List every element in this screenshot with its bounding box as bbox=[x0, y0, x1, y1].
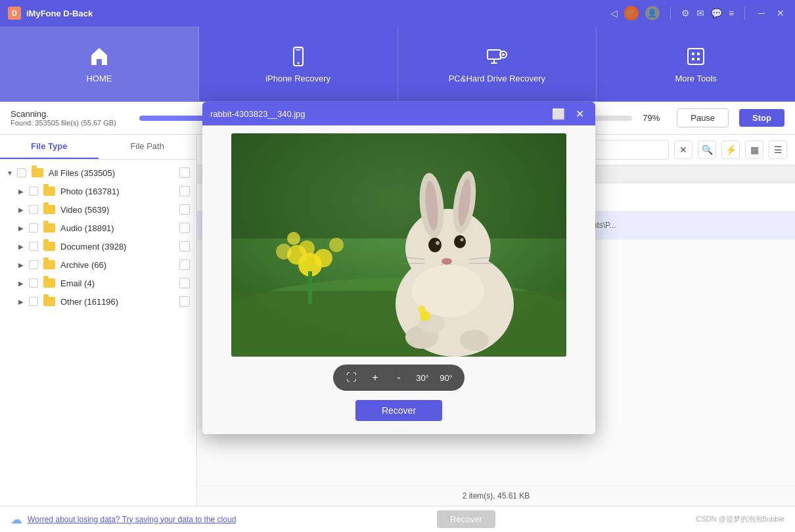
tab-filepath[interactable]: File Path bbox=[99, 135, 197, 159]
pause-button[interactable]: Pause bbox=[677, 108, 729, 127]
folder-icon-doc bbox=[43, 242, 55, 251]
svg-point-4 bbox=[502, 53, 505, 56]
nav-iphone[interactable]: iPhone Recovery bbox=[199, 26, 398, 101]
svg-point-1 bbox=[297, 62, 299, 64]
tree-label-other: Other (161196) bbox=[60, 297, 177, 307]
cloud-icon: ☁ bbox=[11, 512, 22, 527]
tree-item-other[interactable]: ▶ Other (161196) bbox=[0, 292, 196, 311]
folder-icon-audio bbox=[43, 223, 55, 233]
svg-rect-18 bbox=[308, 271, 312, 304]
user-icon[interactable]: 👤 bbox=[645, 6, 660, 20]
svg-rect-11 bbox=[231, 133, 566, 238]
tree-item-document[interactable]: ▶ Document (3928) bbox=[0, 237, 196, 255]
tree-item-allfiles[interactable]: ▼ All Files (353505) bbox=[0, 164, 196, 182]
svg-point-29 bbox=[454, 235, 466, 248]
image-container bbox=[231, 133, 566, 357]
tree-check[interactable] bbox=[17, 168, 26, 177]
tree-item-audio[interactable]: ▶ Audio (18891) bbox=[0, 219, 196, 237]
cloud-link[interactable]: Worred about losing data? Try saving you… bbox=[28, 515, 236, 524]
rotate-right-button[interactable]: 90° bbox=[437, 368, 455, 387]
tree-item-video[interactable]: ▶ Video (5639) bbox=[0, 200, 196, 219]
stop-button[interactable]: Stop bbox=[739, 109, 784, 127]
zoom-out-button[interactable]: - bbox=[390, 368, 408, 387]
tree-arrow-audio: ▶ bbox=[18, 225, 26, 232]
tree-check-email[interactable] bbox=[29, 278, 38, 288]
svg-point-21 bbox=[329, 238, 344, 252]
tree-check-doc[interactable] bbox=[29, 242, 38, 251]
scanning-status: Scanning. bbox=[11, 109, 129, 119]
nav-pcdrive[interactable]: PC&Hard Drive Recovery bbox=[398, 26, 597, 101]
modal-recover-button[interactable]: Recover bbox=[355, 400, 442, 421]
share-icon[interactable]: ◁ bbox=[610, 8, 618, 18]
nav-iphone-label: iPhone Recovery bbox=[265, 74, 330, 83]
filter-button[interactable]: ⚡ bbox=[721, 141, 740, 159]
file-tree: ▼ All Files (353505) ▶ Photo (163781) ▶ … bbox=[0, 160, 196, 506]
tree-check-photo[interactable] bbox=[29, 187, 38, 196]
nav-moretools[interactable]: More Tools bbox=[597, 26, 795, 101]
modal-title-bar: rabbit-4303823__340.jpg ⬜ ✕ bbox=[202, 102, 595, 125]
search-button[interactable]: 🔍 bbox=[698, 141, 716, 159]
nav-home[interactable]: HOME bbox=[0, 26, 199, 101]
menu-icon[interactable]: ≡ bbox=[729, 8, 734, 18]
folder-icon-other bbox=[43, 297, 55, 306]
tree-arrow-email: ▶ bbox=[18, 280, 26, 287]
pc-icon bbox=[485, 45, 509, 68]
svg-point-20 bbox=[276, 244, 292, 259]
fullscreen-button[interactable]: ⛶ bbox=[342, 368, 361, 387]
tree-check-audio[interactable] bbox=[29, 223, 38, 233]
row-check-archive[interactable] bbox=[179, 259, 190, 270]
folder-icon-archive bbox=[43, 260, 55, 269]
tree-label-email: Email (4) bbox=[60, 278, 177, 288]
svg-rect-2 bbox=[488, 50, 501, 59]
modal-close-button[interactable]: ✕ bbox=[572, 106, 587, 122]
found-text: Found: 353505 file(s) (55.67 GB) bbox=[11, 119, 129, 127]
tree-label-photo: Photo (163781) bbox=[60, 187, 177, 196]
title-bar-icons: ◁ 🛒 👤 ⚙ ✉ 💬 ≡ ─ ✕ bbox=[610, 6, 787, 20]
modal-maximize-button[interactable]: ⬜ bbox=[551, 106, 566, 122]
settings-icon[interactable]: ⚙ bbox=[681, 8, 690, 18]
nav-bar: HOME iPhone Recovery PC&Hard Drive Recov… bbox=[0, 26, 795, 102]
row-check-photo[interactable] bbox=[179, 186, 190, 196]
row-check[interactable] bbox=[179, 167, 190, 178]
clear-search-button[interactable]: ✕ bbox=[674, 141, 693, 159]
tree-arrow-video: ▶ bbox=[18, 206, 26, 213]
svg-point-39 bbox=[460, 330, 489, 351]
image-toolbar: ⛶ + - 30° 90° bbox=[333, 365, 465, 391]
svg-point-32 bbox=[442, 258, 452, 265]
svg-rect-8 bbox=[692, 58, 694, 60]
row-check-video[interactable] bbox=[179, 204, 190, 215]
tab-filetype[interactable]: File Type bbox=[0, 135, 99, 159]
row-check-other[interactable] bbox=[179, 296, 190, 307]
tree-check-video[interactable] bbox=[29, 205, 38, 214]
modal-body: ⛶ + - 30° 90° Recover bbox=[202, 125, 595, 434]
nav-moretools-label: More Tools bbox=[675, 74, 716, 83]
image-preview-modal: rabbit-4303823__340.jpg ⬜ ✕ bbox=[202, 102, 595, 434]
row-check-audio[interactable] bbox=[179, 223, 190, 233]
grid-view-button[interactable]: ▦ bbox=[745, 141, 763, 159]
svg-point-17 bbox=[299, 240, 315, 256]
list-view-button[interactable]: ☰ bbox=[769, 141, 787, 159]
tree-item-email[interactable]: ▶ Email (4) bbox=[0, 274, 196, 292]
zoom-in-button[interactable]: + bbox=[366, 368, 384, 387]
modal-title: rabbit-4303823__340.jpg bbox=[210, 109, 545, 119]
tree-arrow: ▼ bbox=[7, 169, 14, 177]
cart-icon[interactable]: 🛒 bbox=[624, 6, 639, 20]
tree-item-photo[interactable]: ▶ Photo (163781) bbox=[0, 182, 196, 200]
svg-point-28 bbox=[428, 238, 442, 252]
mail-icon[interactable]: ✉ bbox=[696, 8, 704, 18]
tree-check-other[interactable] bbox=[29, 297, 38, 306]
close-button[interactable]: ✕ bbox=[774, 8, 787, 18]
tree-check-archive[interactable] bbox=[29, 260, 38, 269]
tree-label-audio: Audio (18891) bbox=[60, 223, 177, 233]
minimize-button[interactable]: ─ bbox=[756, 8, 767, 18]
rabbit-image bbox=[231, 133, 566, 357]
iphone-icon bbox=[286, 45, 310, 68]
rotate-left-button[interactable]: 30° bbox=[413, 368, 432, 387]
row-check-email[interactable] bbox=[179, 278, 190, 288]
chat-icon[interactable]: 💬 bbox=[711, 8, 722, 18]
recover-button-bottom[interactable]: Recover bbox=[437, 510, 495, 528]
folder-icon-email bbox=[43, 278, 55, 288]
tree-item-archive[interactable]: ▶ Archive (66) bbox=[0, 255, 196, 274]
svg-point-42 bbox=[418, 305, 426, 313]
row-check-doc[interactable] bbox=[179, 241, 190, 252]
